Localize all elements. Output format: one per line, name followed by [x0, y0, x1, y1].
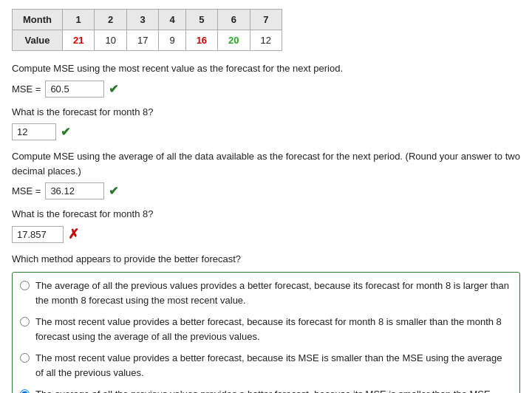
radio-opt3-label: The most recent value provides a better …: [35, 351, 512, 380]
section-better-forecast: Which method appears to provide the bett…: [12, 252, 520, 394]
radio-group-better-forecast: The average of all the previous values p…: [12, 272, 520, 393]
radio-option-2: The most recent value provides a better …: [20, 315, 512, 344]
section3-prompt: Which method appears to provide the bett…: [12, 252, 520, 267]
forecast1-answer-row: ✔: [12, 123, 520, 140]
radio-opt2-label: The most recent value provides a better …: [35, 315, 512, 344]
mse2-check-icon: ✔: [109, 184, 118, 198]
table-header-6: 6: [218, 10, 250, 30]
radio-opt1[interactable]: [20, 281, 30, 290]
section-mse-average: Compute MSE using the average of all the…: [12, 149, 520, 243]
table-value-3: 17: [126, 30, 158, 51]
table-header-3: 3: [126, 10, 158, 30]
radio-opt4-label: The average of all the previous values p…: [35, 387, 512, 393]
table-value-7: 12: [250, 30, 282, 51]
mse2-label: MSE =: [12, 185, 41, 196]
section1-forecast-prompt: What is the forecast for month 8?: [12, 105, 520, 120]
mse1-input[interactable]: [45, 81, 104, 98]
table-value-4: 9: [159, 30, 185, 51]
table-value-1: 21: [62, 30, 94, 51]
section1-prompt: Compute MSE using the most recent value …: [12, 61, 520, 76]
section2-prompt: Compute MSE using the average of all the…: [12, 149, 520, 178]
radio-option-3: The most recent value provides a better …: [20, 351, 512, 380]
table-header-1: 1: [62, 10, 94, 30]
radio-opt1-label: The average of all the previous values p…: [35, 278, 512, 307]
mse1-check-icon: ✔: [109, 82, 118, 96]
radio-opt2[interactable]: [20, 317, 30, 327]
radio-opt4[interactable]: [20, 389, 30, 393]
forecast1-input[interactable]: [12, 123, 56, 140]
forecast1-check-icon: ✔: [61, 125, 70, 139]
table-header-month: Month: [13, 10, 63, 30]
section-mse-recent: Compute MSE using the most recent value …: [12, 61, 520, 140]
table-value-2: 10: [95, 30, 126, 51]
section2-forecast-prompt: What is the forecast for month 8?: [12, 207, 520, 222]
table-header-7: 7: [250, 10, 282, 30]
table-row-label: Value: [13, 30, 63, 51]
table-value-5: 16: [185, 30, 217, 51]
table-value-6: 20: [218, 30, 250, 51]
forecast2-input[interactable]: [12, 226, 64, 243]
radio-option-1: The average of all the previous values p…: [20, 278, 512, 307]
radio-option-4: The average of all the previous values p…: [20, 387, 512, 393]
mse1-label: MSE =: [12, 83, 41, 95]
table-header-5: 5: [185, 10, 217, 30]
forecast2-answer-row: ✗: [12, 226, 520, 243]
table-header-2: 2: [95, 10, 126, 30]
mse1-answer-row: MSE = ✔: [12, 81, 520, 98]
data-table: Month 1 2 3 4 5 6 7 Value 21 10 17 9 16 …: [12, 9, 282, 51]
forecast2-cross-icon: ✗: [68, 226, 79, 242]
table-header-4: 4: [159, 10, 185, 30]
mse2-input[interactable]: [45, 182, 104, 199]
radio-opt3[interactable]: [20, 353, 30, 363]
mse2-answer-row: MSE = ✔: [12, 182, 520, 199]
